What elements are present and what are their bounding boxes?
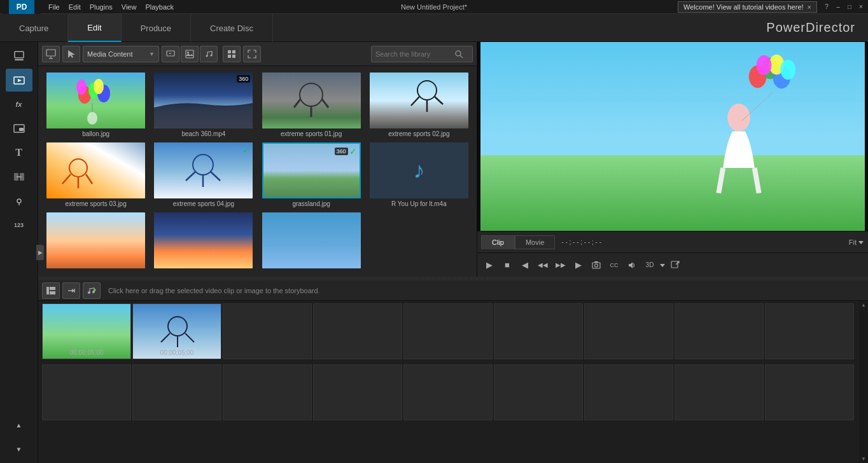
sidebar-btn-text[interactable]: T	[6, 141, 32, 164]
menu-view[interactable]: View	[118, 2, 141, 12]
storyboard-cell[interactable]: 00;00;05;00	[132, 303, 221, 359]
storyboard-cell[interactable]	[132, 364, 221, 420]
snapshot-button[interactable]	[588, 257, 605, 273]
preview-image	[477, 42, 868, 231]
grid-layout-button[interactable]	[223, 46, 241, 62]
tab-movie[interactable]: Movie	[515, 235, 555, 249]
media-item-label: extreme sports 03.jpg	[46, 200, 145, 207]
view-buttons	[162, 46, 218, 62]
storyboard-cell[interactable]	[403, 303, 493, 359]
play-button[interactable]: ▶	[481, 257, 498, 273]
stop-button[interactable]: ■	[499, 257, 515, 273]
media-thumbnail: ✓	[154, 142, 253, 198]
sidebar-btn-audio[interactable]	[6, 190, 32, 212]
storyboard-cell[interactable]	[403, 364, 493, 420]
storyboard-cell[interactable]	[313, 303, 402, 359]
step-back-button[interactable]: ◀◀	[535, 257, 551, 273]
menu-playback[interactable]: Playback	[141, 2, 178, 12]
menu-edit[interactable]: Edit	[65, 2, 85, 12]
3d-button[interactable]: 3D	[641, 257, 658, 273]
tab-capture[interactable]: Capture	[0, 14, 68, 42]
list-item[interactable]: extreme sports 02.jpg	[367, 71, 472, 139]
maximize-button[interactable]: □	[845, 3, 854, 11]
list-item[interactable]: extreme sports 01.jpg	[259, 71, 364, 139]
storyboard-cell[interactable]	[675, 303, 764, 359]
storyboard-cell[interactable]	[675, 364, 764, 420]
list-item[interactable]	[259, 211, 364, 272]
media-content-dropdown[interactable]: Media Content ▼	[83, 46, 159, 62]
menu-file[interactable]: File	[45, 2, 64, 12]
sidebar-collapse-btn[interactable]: ▶	[36, 245, 44, 260]
tab-clip[interactable]: Clip	[481, 235, 515, 249]
volume-button[interactable]	[624, 257, 640, 273]
notification-close[interactable]: ×	[808, 3, 811, 11]
help-button[interactable]: ?	[822, 3, 831, 11]
storyboard-cell[interactable]	[584, 303, 673, 359]
sidebar-btn-up[interactable]: ▲	[6, 413, 32, 436]
storyboard-view-toggle[interactable]	[42, 282, 60, 299]
step-forward-button[interactable]: ▶▶	[552, 257, 569, 273]
storyboard-cell[interactable]	[765, 303, 854, 359]
sidebar-btn-import[interactable]	[6, 45, 32, 67]
notification-bar: Welcome! View all tutorial videos here! …	[678, 1, 817, 13]
svg-rect-42	[370, 73, 468, 128]
storyboard-cell[interactable]: 00;00;05;00	[42, 303, 131, 359]
fullscreen-library-button[interactable]	[243, 46, 261, 62]
svg-rect-52	[154, 142, 253, 198]
prev-frame-button[interactable]: ◀	[517, 257, 533, 273]
logo-text: PD	[17, 3, 27, 11]
cursor-tool-button[interactable]	[62, 46, 80, 62]
next-button[interactable]: ▶	[570, 257, 587, 273]
view-video-button[interactable]	[162, 46, 179, 62]
storyboard-cell[interactable]	[223, 303, 312, 359]
list-item[interactable]: extreme sports 03.jpg	[43, 141, 148, 209]
menu-plugins[interactable]: Plugins	[86, 2, 116, 12]
storyboard-cell[interactable]	[494, 364, 583, 420]
list-item[interactable]: ✓ extreme sports 04.jpg	[151, 141, 256, 209]
tab-produce[interactable]: Produce	[122, 14, 191, 42]
storyboard-cell[interactable]	[313, 364, 402, 420]
svg-point-35	[87, 112, 97, 125]
list-item[interactable]: 360 beach 360.mp4	[151, 71, 256, 139]
minimize-button[interactable]: –	[834, 3, 843, 11]
storyboard-scrollbar[interactable]: ▲ ▼	[859, 301, 868, 463]
sidebar-btn-fx[interactable]: fx	[6, 93, 32, 116]
list-item[interactable]	[43, 211, 148, 272]
svg-rect-0	[15, 52, 24, 58]
svg-rect-37	[262, 73, 361, 128]
external-preview-button[interactable]	[667, 257, 683, 273]
close-button[interactable]: ×	[857, 3, 865, 11]
svg-point-21	[211, 54, 213, 56]
sidebar-btn-subtitles[interactable]: 123	[6, 214, 32, 237]
storyboard-cell[interactable]	[494, 303, 583, 359]
storyboard-cell[interactable]	[584, 364, 673, 420]
storyboard-cell[interactable]	[765, 364, 854, 420]
view-photo-button[interactable]	[181, 46, 199, 62]
scroll-down-arrow[interactable]: ▼	[861, 456, 866, 462]
media-thumbnail: ♪	[370, 142, 468, 198]
sidebar-btn-down[interactable]: ▼	[6, 438, 32, 460]
list-item[interactable]: ♪ R You Up for lt.m4a	[367, 141, 472, 209]
sidebar-btn-transition[interactable]	[6, 165, 32, 188]
svg-point-20	[206, 55, 208, 57]
list-item[interactable]: ballon.jpg	[43, 71, 148, 139]
storyboard-skip-button[interactable]	[62, 282, 80, 299]
storyboard-cell[interactable]	[223, 364, 312, 420]
svg-marker-16	[169, 53, 172, 54]
media-item-label: beach 360.mp4	[154, 130, 253, 137]
search-input[interactable]	[375, 50, 452, 58]
storyboard-cell[interactable]	[42, 364, 131, 420]
captions-button[interactable]: CC	[606, 257, 622, 273]
list-item[interactable]	[151, 211, 256, 272]
tab-edit[interactable]: Edit	[68, 14, 121, 42]
import-media-button[interactable]	[42, 46, 60, 62]
scroll-up-arrow[interactable]: ▲	[861, 302, 866, 308]
svg-point-70	[757, 55, 772, 76]
list-item[interactable]: 360 ✓ grassland.jpg	[259, 141, 364, 209]
search-box[interactable]	[371, 46, 473, 62]
sidebar-btn-pip[interactable]	[6, 117, 32, 140]
sidebar-btn-media[interactable]	[6, 69, 32, 92]
tab-create-disc[interactable]: Create Disc	[191, 14, 273, 42]
storyboard-add-music[interactable]	[83, 282, 101, 299]
view-music-button[interactable]	[200, 46, 218, 62]
